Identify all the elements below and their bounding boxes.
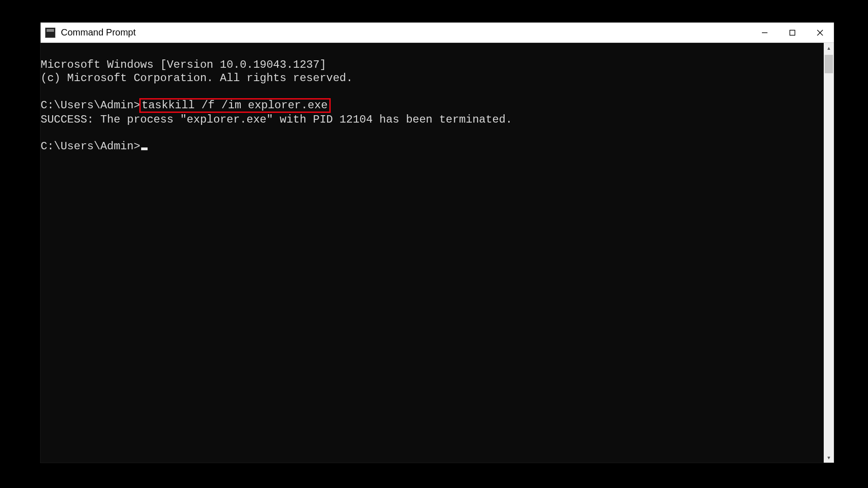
result-line: SUCCESS: The process "explorer.exe" with… bbox=[41, 113, 512, 126]
titlebar[interactable]: Command Prompt bbox=[41, 23, 834, 43]
scrollbar-thumb[interactable] bbox=[825, 55, 833, 73]
close-icon bbox=[816, 29, 824, 36]
highlighted-command: taskkill /f /im explorer.exe bbox=[139, 98, 331, 113]
text-cursor bbox=[141, 147, 148, 150]
scrollbar-track[interactable] bbox=[824, 53, 834, 453]
window-title: Command Prompt bbox=[61, 27, 136, 38]
minimize-icon bbox=[761, 29, 768, 36]
maximize-icon bbox=[789, 29, 796, 36]
close-button[interactable] bbox=[806, 23, 834, 43]
chevron-down-icon: ▾ bbox=[827, 454, 830, 461]
minimize-button[interactable] bbox=[751, 23, 779, 43]
copyright-line: (c) Microsoft Corporation. All rights re… bbox=[41, 72, 353, 84]
svg-rect-1 bbox=[790, 30, 795, 35]
cmd-app-icon bbox=[45, 28, 55, 38]
command-prompt-window: Command Prompt Microsoft Windows [Versio… bbox=[41, 23, 834, 463]
prompt-path: C:\Users\Admin> bbox=[41, 140, 140, 153]
scroll-down-button[interactable]: ▾ bbox=[824, 453, 834, 463]
vertical-scrollbar[interactable]: ▴ ▾ bbox=[824, 43, 834, 463]
maximize-button[interactable] bbox=[779, 23, 806, 43]
chevron-up-icon: ▴ bbox=[827, 45, 830, 51]
prompt-path: C:\Users\Admin> bbox=[41, 99, 140, 112]
terminal-output[interactable]: Microsoft Windows [Version 10.0.19043.12… bbox=[41, 43, 824, 463]
command-text: taskkill /f /im explorer.exe bbox=[142, 99, 327, 112]
banner-line: Microsoft Windows [Version 10.0.19043.12… bbox=[41, 59, 326, 71]
scroll-up-button[interactable]: ▴ bbox=[824, 43, 834, 53]
